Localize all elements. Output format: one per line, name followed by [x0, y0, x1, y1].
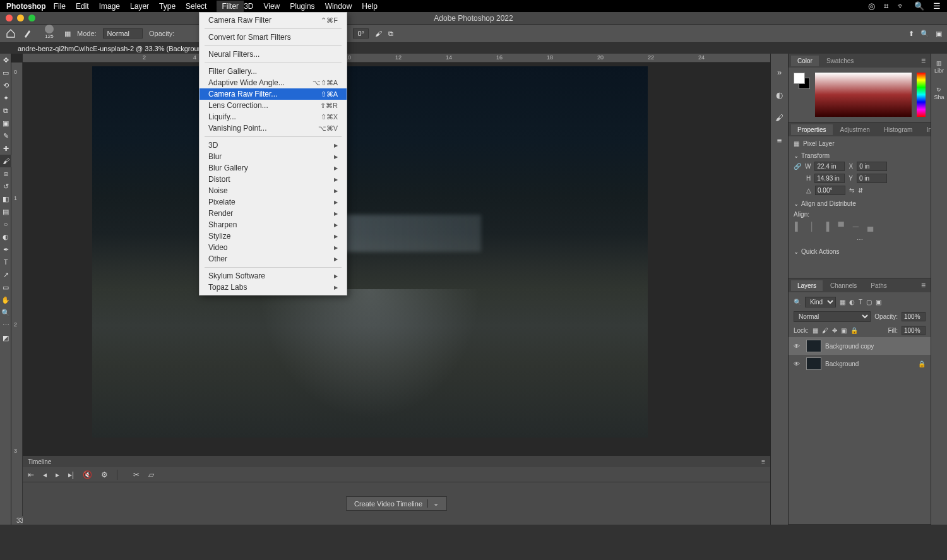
filter-type-icon[interactable]: T [859, 299, 862, 306]
move-tool[interactable]: ✥ [0, 54, 11, 66]
minimize-window-button[interactable] [17, 15, 24, 21]
menu-item[interactable]: Stylize [200, 230, 347, 242]
transform-section-header[interactable]: Transform [794, 150, 926, 162]
zoom-window-button[interactable] [28, 15, 35, 21]
eraser-tool[interactable]: ◧ [0, 193, 11, 205]
brush-tool[interactable]: 🖌 [0, 155, 11, 167]
bluetooth-icon[interactable]: ⌗ [884, 1, 888, 11]
menu-item[interactable]: Video [200, 242, 347, 253]
dodge-tool[interactable]: ◐ [0, 230, 11, 243]
menu-help[interactable]: Help [362, 2, 378, 11]
home-icon[interactable] [5, 28, 16, 39]
align-bottom-icon[interactable]: ▄ [867, 222, 873, 231]
menu-type[interactable]: Type [159, 2, 176, 11]
menu-item[interactable]: 3D [200, 140, 347, 151]
menu-item[interactable]: Adaptive Wide Angle...⌥⇧⌘A [200, 77, 347, 88]
brush-preview[interactable]: 125 [40, 25, 58, 42]
tab-adjustments[interactable]: Adjustmen [834, 124, 876, 135]
filter-smart-icon[interactable]: ▣ [876, 299, 881, 306]
pen-tool[interactable]: ✒ [0, 243, 11, 256]
panel-menu-icon[interactable]: ≡ [761, 458, 765, 465]
brushes-icon[interactable]: 🖌 [774, 112, 785, 123]
menu-item-neural-filters[interactable]: Neural Filters... [200, 49, 347, 60]
adjustments-icon[interactable]: ◐ [774, 89, 785, 100]
chevron-down-icon[interactable]: ⌄ [427, 499, 439, 508]
menu-item[interactable]: Blur Gallery [200, 162, 347, 174]
create-video-timeline-button[interactable]: Create Video Timeline ⌄ [346, 496, 447, 511]
menu-filter[interactable]: Filter [217, 1, 244, 12]
filter-icon[interactable]: 🔍 [794, 299, 801, 306]
menu-file[interactable]: File [54, 2, 66, 11]
visibility-icon[interactable]: 👁 [794, 360, 802, 367]
menu-view[interactable]: View [263, 2, 280, 11]
blur-tool[interactable]: ○ [0, 218, 11, 230]
menu-item[interactable]: Noise [200, 185, 347, 196]
tl-split-icon[interactable]: ✂ [133, 470, 140, 479]
tab-paths[interactable]: Paths [864, 280, 893, 291]
tab-histogram[interactable]: Histogram [878, 124, 919, 135]
panel-menu-icon[interactable]: ≡ [919, 281, 928, 290]
heal-tool[interactable]: ✚ [0, 142, 11, 155]
quick-actions-header[interactable]: Quick Actions [794, 246, 926, 258]
tool-icon[interactable] [23, 28, 34, 39]
menu-window[interactable]: Window [325, 2, 352, 11]
lasso-tool[interactable]: ⟲ [0, 79, 11, 92]
align-left-icon[interactable]: ▌ [795, 222, 801, 231]
menu-item[interactable]: Filter Gallery... [200, 66, 347, 77]
layer-thumbnail[interactable] [806, 340, 821, 352]
menu-item[interactable]: Distort [200, 174, 347, 185]
styles-icon[interactable]: ≡ [774, 134, 785, 146]
tl-play-icon[interactable]: ▸ [56, 470, 59, 479]
zoom-tool[interactable]: 🔍 [0, 306, 11, 319]
layer-name[interactable]: Background copy [825, 343, 874, 350]
visibility-icon[interactable]: 👁 [794, 343, 802, 350]
marquee-tool[interactable]: ▭ [0, 66, 11, 79]
lock-artboard-icon[interactable]: ▣ [841, 327, 847, 334]
menu-item[interactable]: Sharpen [200, 219, 347, 230]
symmetry-icon[interactable]: 🖌 [375, 30, 382, 37]
spotlight-icon[interactable]: 🔍 [914, 1, 924, 11]
workspace-icon[interactable]: ▣ [936, 30, 942, 38]
align-right-icon[interactable]: ▐ [823, 222, 829, 231]
tl-next-frame-icon[interactable]: ▸| [68, 470, 74, 479]
menu-select[interactable]: Select [186, 2, 206, 11]
path-tool[interactable]: ↗ [0, 268, 11, 281]
tl-audio-icon[interactable]: 🔇 [83, 470, 92, 479]
menu-item[interactable]: Camera Raw Filter...⇧⌘A [200, 88, 347, 100]
y-input[interactable] [857, 174, 887, 183]
tl-first-frame-icon[interactable]: ⇤ [28, 470, 34, 479]
menu-item[interactable]: Lens Correction...⇧⌘R [200, 100, 347, 111]
gradient-tool[interactable]: ▤ [0, 205, 11, 218]
type-tool[interactable]: T [0, 256, 11, 268]
hand-tool[interactable]: ✋ [0, 294, 11, 306]
menu-layer[interactable]: Layer [130, 2, 149, 11]
brush-panel-icon[interactable]: ▦ [64, 30, 71, 38]
control-center-icon[interactable]: ☰ [933, 1, 941, 11]
filter-shape-icon[interactable]: ▢ [866, 299, 872, 306]
tab-color[interactable]: Color [791, 56, 819, 66]
filter-pixel-icon[interactable]: ▦ [840, 299, 845, 306]
angle-input[interactable] [815, 186, 845, 195]
search-icon[interactable]: 🔍 [920, 30, 929, 38]
height-input[interactable] [814, 174, 845, 183]
shape-tool[interactable]: ▭ [0, 281, 11, 294]
layer-opacity-input[interactable] [902, 312, 926, 321]
tab-channels[interactable]: Channels [824, 280, 863, 291]
tab-swatches[interactable]: Swatches [820, 56, 860, 66]
menu-item[interactable]: Skylum Software [200, 270, 347, 282]
menu-item-convert-smart[interactable]: Convert for Smart Filters [200, 32, 347, 43]
lock-pixels-icon[interactable]: ▦ [813, 327, 818, 334]
flip-v-icon[interactable]: ⇵ [858, 187, 863, 194]
menu-item-recent-filter[interactable]: Camera Raw Filter⌃⌘F [200, 15, 347, 26]
hue-slider[interactable] [917, 73, 926, 117]
filter-adjust-icon[interactable]: ◐ [849, 299, 855, 306]
more-options-icon[interactable]: ⋯ [794, 234, 926, 246]
butterfly-icon[interactable]: ⧉ [388, 30, 393, 38]
canvas-image[interactable] [92, 66, 648, 438]
menu-item[interactable]: Topaz Labs [200, 282, 347, 293]
foreground-color-swatch[interactable] [794, 73, 805, 84]
menu-item[interactable]: Other [200, 253, 347, 265]
fg-bg-color[interactable] [794, 73, 810, 89]
lock-paint-icon[interactable]: 🖌 [822, 327, 828, 334]
align-center-h-icon[interactable]: │ [809, 222, 814, 231]
